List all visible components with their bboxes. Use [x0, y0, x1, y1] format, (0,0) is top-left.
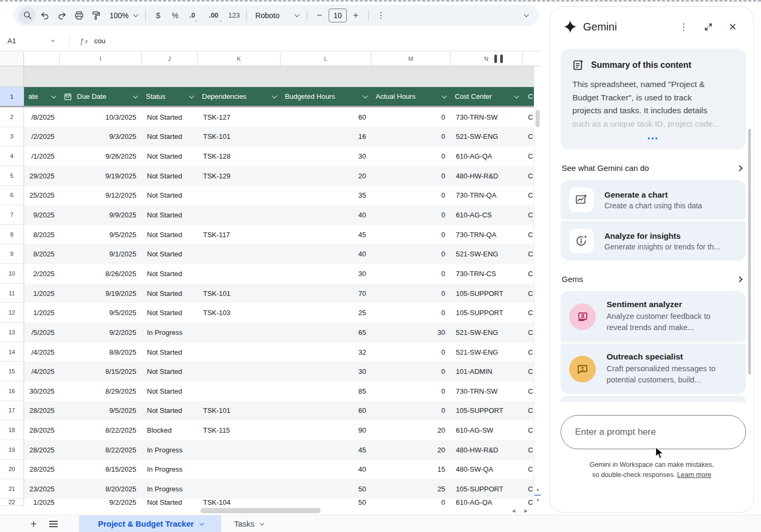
cell-actual-hours[interactable]: 30 — [371, 323, 451, 342]
cell-partial[interactable]: C — [523, 186, 533, 206]
cell-actual-hours[interactable]: 0 — [371, 381, 451, 401]
cell-due-date[interactable]: 8/15/2025 — [60, 460, 142, 480]
cell-status[interactable]: In Progress — [142, 323, 198, 342]
table-header-dependencies[interactable]: Dependencies — [198, 87, 281, 106]
table-row[interactable]: 7 9/2025 9/9/2025 Not Started 40 0 610-A… — [0, 205, 541, 225]
cell-budgeted-hours[interactable]: 90 — [281, 420, 371, 440]
cell-partial[interactable]: C — [523, 284, 533, 303]
cell-budgeted-hours[interactable]: 65 — [281, 323, 371, 342]
cell-partial[interactable]: C — [523, 420, 533, 440]
table-row[interactable]: 13 /5/2025 9/2/2025 In Progress 65 30 52… — [0, 323, 541, 342]
table-row[interactable]: 11 1/2025 9/19/2025 Not Started TSK-101 … — [0, 284, 541, 303]
cell-due-date[interactable]: 9/19/2025 — [60, 284, 142, 303]
gem-card-partial[interactable] — [561, 396, 746, 402]
column-header-J[interactable]: J — [142, 52, 198, 66]
row-number[interactable]: 17 — [0, 401, 24, 421]
vertical-scrollbar-thumb[interactable] — [535, 110, 540, 127]
table-header-budgeted-hours[interactable]: Budgeted Hours — [281, 87, 371, 106]
cell-status[interactable]: Not Started — [142, 244, 198, 264]
cell-budgeted-hours[interactable]: 70 — [281, 284, 371, 303]
table-row[interactable]: 21 23/2025 8/20/2025 In Progress 50 25 1… — [0, 479, 541, 499]
cell-partial[interactable]: C — [523, 440, 533, 460]
cell-cost-center[interactable]: 521-SW-ENG — [451, 127, 523, 147]
cell-status[interactable]: Not Started — [142, 264, 198, 284]
cell-due-date[interactable]: 9/12/2025 — [60, 186, 142, 206]
cell-cost-center[interactable]: 105-SUPPORT — [451, 284, 523, 303]
cell-start-date[interactable]: 29/2025 — [24, 166, 60, 186]
search-icon[interactable] — [19, 7, 36, 24]
cell-cost-center[interactable]: 730-TRN-CS — [451, 264, 523, 284]
cell-partial[interactable]: C — [523, 499, 533, 506]
cell-start-date[interactable]: 2/2025 — [24, 264, 60, 284]
cell-dependencies[interactable]: TSK-101 — [198, 127, 281, 147]
increase-font-size-button[interactable]: + — [348, 7, 364, 24]
column-header-N[interactable]: N — [451, 52, 523, 66]
increase-decimal-button[interactable]: .00→ — [206, 7, 222, 24]
select-all-corner[interactable] — [0, 52, 24, 66]
cell-cost-center[interactable]: 610-AG-QA — [451, 499, 523, 506]
cell-partial[interactable]: C — [523, 264, 533, 284]
cell-cost-center[interactable]: 730-TRN-SW — [451, 381, 523, 401]
row-number[interactable]: 19 — [0, 440, 24, 460]
cell-partial[interactable]: C — [523, 225, 533, 245]
cell-budgeted-hours[interactable]: 30 — [281, 264, 371, 284]
panel-more-options-icon[interactable]: ⋮ — [674, 18, 693, 36]
cell-start-date[interactable]: 1/2025 — [24, 499, 60, 506]
decrease-font-size-button[interactable]: − — [312, 7, 328, 24]
cell-status[interactable]: Not Started — [142, 499, 198, 506]
scroll-up-icon[interactable]: ▲ — [535, 487, 540, 492]
cell-dependencies[interactable]: TSK-129 — [198, 166, 281, 186]
prompt-input-container[interactable] — [561, 415, 746, 449]
cell-budgeted-hours[interactable]: 32 — [281, 342, 371, 362]
cell-dependencies[interactable]: TSK-104 — [198, 499, 281, 506]
horizontal-scrollbar-thumb[interactable] — [200, 508, 321, 513]
cell-cost-center[interactable]: 105-SUPPORT — [451, 401, 523, 421]
cell-budgeted-hours[interactable]: 60 — [281, 401, 371, 421]
column-header[interactable] — [24, 52, 60, 66]
cell-partial[interactable]: C — [523, 107, 533, 127]
cell-dependencies[interactable] — [198, 460, 281, 480]
paint-format-icon[interactable] — [88, 7, 104, 24]
cell-due-date[interactable]: 10/3/2025 — [60, 107, 142, 127]
cell-actual-hours[interactable]: 0 — [371, 127, 451, 147]
cell-due-date[interactable]: 9/1/2025 — [60, 244, 142, 264]
cell-budgeted-hours[interactable]: 30 — [281, 362, 371, 381]
table-row[interactable]: 6 25/2025 9/12/2025 Not Started 35 0 730… — [0, 186, 541, 206]
cell-cost-center[interactable]: 105-SUPPORT — [451, 303, 523, 323]
cell-actual-hours[interactable]: 0 — [371, 166, 451, 186]
cell-start-date[interactable]: /5/2025 — [24, 323, 60, 342]
row-number[interactable]: 16 — [0, 381, 24, 401]
cell-cost-center[interactable]: 610-AG-CS — [451, 205, 523, 225]
format-percent-button[interactable]: % — [167, 7, 183, 24]
row-number[interactable]: 14 — [0, 342, 24, 362]
cell-due-date[interactable]: 8/8/2025 — [60, 342, 142, 362]
learn-more-link[interactable]: Learn more — [677, 471, 711, 479]
cell-start-date[interactable]: 28/2025 — [24, 401, 60, 421]
cell-start-date[interactable]: 8/2025 — [24, 225, 60, 245]
cell-budgeted-hours[interactable]: 40 — [281, 244, 371, 264]
cell-budgeted-hours[interactable]: 35 — [281, 186, 371, 206]
cell-cost-center[interactable]: 480-HW-R&D — [451, 440, 523, 460]
row-number[interactable]: 4 — [0, 146, 24, 166]
cell-budgeted-hours[interactable]: 50 — [281, 499, 371, 506]
gem-outreach-specialist[interactable]: Outreach specialist Craft personalized m… — [561, 343, 746, 394]
table-row[interactable]: 10 2/2025 8/26/2025 Not Started 30 0 730… — [0, 264, 541, 284]
close-panel-icon[interactable]: × — [724, 18, 742, 36]
cell-due-date[interactable]: 9/9/2025 — [60, 205, 142, 225]
cell-status[interactable]: Not Started — [142, 166, 198, 186]
cell-due-date[interactable]: 9/2/2025 — [60, 323, 142, 342]
table-header-partial[interactable]: C — [523, 87, 533, 106]
cell-dependencies[interactable] — [198, 244, 281, 264]
cell-start-date[interactable]: 1/2025 — [24, 303, 60, 323]
table-row[interactable]: 5 29/2025 9/19/2025 Not Started TSK-129 … — [0, 166, 541, 186]
scroll-down-icon[interactable]: ▼ — [535, 498, 540, 503]
cell-dependencies[interactable]: TSK-101 — [198, 401, 281, 421]
column-header-L[interactable]: L — [281, 52, 371, 66]
cell-status[interactable]: Not Started — [142, 342, 198, 362]
row-number[interactable]: 21 — [0, 479, 24, 499]
cell-actual-hours[interactable]: 0 — [371, 342, 451, 362]
table-row[interactable]: 9 8/2025 9/1/2025 Not Started 40 0 521-S… — [0, 244, 541, 264]
cell-partial[interactable]: C — [523, 303, 533, 323]
formula-input[interactable]: cou — [94, 37, 105, 45]
cell-dependencies[interactable]: TSK-101 — [198, 284, 281, 303]
